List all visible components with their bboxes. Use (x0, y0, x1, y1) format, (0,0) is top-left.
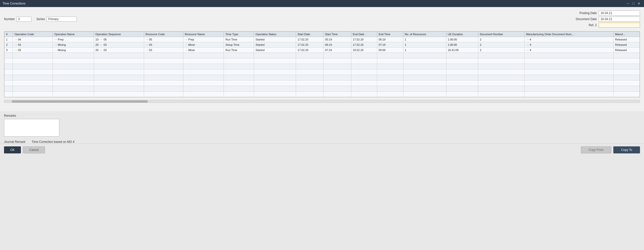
document-date-value: 16.04.21 (599, 17, 640, 22)
cell-empty (183, 80, 224, 86)
cell-empty (478, 58, 525, 64)
footer: OK Cancel Copy From Copy To (0, 144, 644, 156)
cell-empty (478, 80, 525, 86)
cell-empty (183, 53, 224, 58)
cell-empty (5, 53, 13, 58)
cell-empty (5, 86, 13, 92)
cell-empty (94, 86, 144, 92)
cell-op-code: →03 (13, 42, 53, 48)
cell-empty (377, 53, 403, 58)
table-row-empty[interactable] (5, 92, 640, 97)
cell-empty (351, 69, 377, 75)
ok-button[interactable]: OK (4, 146, 21, 153)
cell-doc-num: 2 (478, 48, 525, 53)
cell-empty (183, 69, 224, 75)
cell-ue-dur: 1:00:00 (446, 37, 478, 42)
horizontal-scrollbar[interactable] (4, 100, 640, 103)
cell-op-status: Started (254, 48, 296, 53)
cell-empty (446, 92, 478, 97)
cell-empty (323, 80, 351, 86)
cell-end-time: 07:19 (377, 42, 403, 48)
footer-left: OK Cancel (4, 146, 45, 153)
cell-empty (13, 75, 53, 80)
cell-empty (525, 75, 614, 80)
cell-num-res: 1 (403, 37, 446, 42)
table-container: # Operation Code Operation Name Operatio… (4, 31, 640, 97)
cell-empty (525, 58, 614, 64)
table-row[interactable]: 1 →04 →Prep 10 → 05 →05 →Prep Run Time S… (5, 37, 640, 42)
cell-empty (254, 80, 296, 86)
cell-res-code: →03 (144, 42, 183, 48)
cell-empty (296, 58, 323, 64)
table-row-empty[interactable] (5, 64, 640, 69)
copy-from-button[interactable]: Copy From (581, 146, 611, 153)
table-row[interactable]: 2 →03 →Mixing 20 → 03 →03 →Mixer Setup T… (5, 42, 640, 48)
cell-empty (13, 58, 53, 64)
journal-row: Journal Remark Time Correction based on … (4, 140, 640, 144)
remarks-textarea[interactable] (4, 119, 59, 137)
cell-empty (351, 58, 377, 64)
copy-to-button[interactable]: Copy To (613, 146, 640, 153)
ref2-input[interactable] (599, 23, 640, 28)
cell-empty (296, 75, 323, 80)
cell-empty (13, 86, 53, 92)
cell-empty (403, 86, 446, 92)
posting-date-label: Posting Date (576, 11, 597, 15)
cell-empty (377, 58, 403, 64)
table-row[interactable]: 3 →03 →Mixing 20 → 03 →03 →Mixer Run Tim… (5, 48, 640, 53)
col-manuf: Manuf... (613, 32, 639, 37)
cell-empty (613, 80, 639, 86)
cell-res-name: →Mixer (183, 42, 224, 48)
scrollbar-thumb[interactable] (12, 100, 148, 103)
table-row-empty[interactable] (5, 80, 640, 86)
cell-op-code: →03 (13, 48, 53, 53)
cell-empty (613, 58, 639, 64)
cell-ue-dur: 1:00:00 (446, 42, 478, 48)
cell-start-date: 17.02.20 (296, 48, 323, 53)
col-res-name: Resource Name (183, 32, 224, 37)
cell-empty (478, 86, 525, 92)
data-table: # Operation Code Operation Name Operatio… (4, 31, 640, 97)
cell-empty (53, 64, 94, 69)
cell-empty (183, 58, 224, 64)
col-mo-doc-num: Manufacturing Order Document Num... (525, 32, 614, 37)
table-row-empty[interactable] (5, 69, 640, 75)
cell-empty (94, 58, 144, 64)
cell-empty (525, 86, 614, 92)
cell-empty (53, 80, 94, 86)
cell-empty (13, 92, 53, 97)
close-button[interactable]: ✕ (636, 2, 641, 5)
cell-empty (13, 64, 53, 69)
table-row-empty[interactable] (5, 86, 640, 92)
cell-empty (94, 92, 144, 97)
table-row-empty[interactable] (5, 75, 640, 80)
title-bar: Time Corrections ─ □ ✕ (0, 0, 644, 7)
cell-empty (403, 80, 446, 86)
cell-end-time: 06:19 (377, 37, 403, 42)
cancel-button[interactable]: Cancel (23, 146, 45, 153)
table-row-empty[interactable] (5, 53, 640, 58)
cell-empty (351, 92, 377, 97)
cell-ue-dur: 16:41:00 (446, 48, 478, 53)
cell-empty (53, 86, 94, 92)
col-ue-dur: UE Duration (446, 32, 478, 37)
maximize-button[interactable]: □ (631, 2, 635, 5)
cell-empty (446, 53, 478, 58)
cell-mo-doc-num: →4 (525, 42, 614, 48)
series-label: Series (36, 17, 45, 21)
cell-empty (323, 75, 351, 80)
table-row-empty[interactable] (5, 58, 640, 64)
cell-empty (446, 58, 478, 64)
cell-empty (94, 75, 144, 80)
journal-remark-label: Journal Remark (4, 140, 29, 144)
cell-empty (5, 80, 13, 86)
cell-empty (377, 86, 403, 92)
col-end-time: End Time (377, 32, 403, 37)
journal-remark-value: Time Correction based on MO 4 (32, 140, 74, 144)
col-op-status: Operation Status (254, 32, 296, 37)
minimize-button[interactable]: ─ (626, 2, 630, 5)
cell-start-time: 06:19 (323, 42, 351, 48)
cell-empty (94, 64, 144, 69)
col-res-code: Resource Code (144, 32, 183, 37)
cell-num-res: 1 (403, 42, 446, 48)
